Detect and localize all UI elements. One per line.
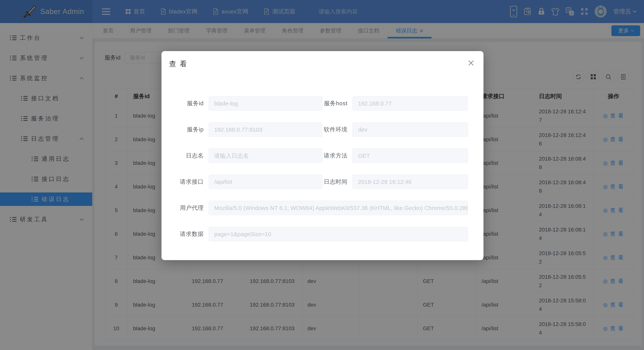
modal-label-time: 日志时间 xyxy=(322,178,352,186)
modal-input-service-ip: 192.168.0.77:8103 xyxy=(209,122,322,137)
modal-input-method: GET xyxy=(352,148,468,163)
view-dialog: 查 看 × 服务idblade-log服务host192.168.0.77服务i… xyxy=(162,51,484,260)
modal-label-request-data: 请求数据 xyxy=(169,230,209,238)
modal-label-service-id: 服务id xyxy=(169,99,209,107)
dialog-title: 查 看 xyxy=(169,59,188,69)
close-icon[interactable]: × xyxy=(467,59,475,66)
modal-input-service-id: blade-log xyxy=(209,96,322,111)
modal-label-api: 请求接口 xyxy=(169,178,209,186)
modal-input-log-name: 请输入日志名 xyxy=(209,148,322,163)
modal-input-request-data: page=1&pageSize=10 xyxy=(209,227,468,241)
modal-input-env: dev xyxy=(352,122,468,137)
modal-input-service-host: 192.168.0.77 xyxy=(352,96,468,111)
modal-label-log-name: 日志名 xyxy=(169,152,209,160)
modal-label-user-agent: 用户代理 xyxy=(169,204,209,212)
modal-label-method: 请求方法 xyxy=(322,152,352,160)
dialog-header: 查 看 × xyxy=(162,51,484,69)
modal-input-user-agent: Mozilla/5.0 (Windows NT 6.1; WOW64) Appl… xyxy=(209,201,468,215)
dialog-body: 服务idblade-log服务host192.168.0.77服务ip192.1… xyxy=(162,96,484,241)
modal-label-env: 软件环境 xyxy=(322,126,352,133)
modal-input-api: /api/list xyxy=(209,174,322,189)
modal-label-service-ip: 服务ip xyxy=(169,126,209,133)
modal-label-service-host: 服务host xyxy=(322,99,352,107)
modal-input-time: 2018-12-28 16:12:46 xyxy=(352,174,468,189)
